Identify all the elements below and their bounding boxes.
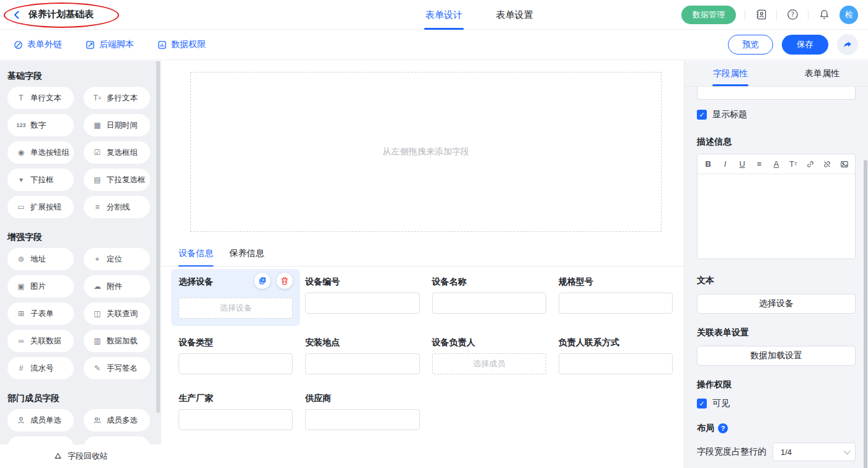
contacts-book-icon[interactable] [754, 8, 768, 22]
device-no-input[interactable] [305, 293, 419, 314]
tab-field-properties[interactable]: 字段属性 [684, 61, 776, 86]
field-card-manufacturer[interactable]: 生产厂家 [179, 392, 293, 430]
field-card-select-device[interactable]: 选择设备 选择设备 [171, 269, 300, 326]
underline-icon[interactable]: U [738, 159, 746, 169]
data-permission-button[interactable]: 数据权限 [157, 39, 206, 50]
layout-help-icon[interactable]: ? [718, 423, 728, 433]
tab-form-design[interactable]: 表单设计 [425, 0, 463, 30]
pill-checkbox-group[interactable]: ☑复选框组 [84, 141, 150, 164]
data-load-settings-button[interactable]: 数据加载设置 [697, 346, 856, 366]
dropzone[interactable]: 从左侧拖拽来添加字段 [190, 72, 662, 232]
font-color-icon[interactable]: A [772, 159, 781, 169]
select-member-picker[interactable]: 选择成员 [432, 353, 546, 374]
tab-form-settings[interactable]: 表单设置 [496, 0, 533, 30]
pill-label: 流水号 [30, 363, 54, 374]
insert-link-icon[interactable] [806, 160, 815, 169]
italic-icon[interactable]: I [720, 159, 729, 169]
font-size-icon[interactable]: TT [789, 159, 797, 169]
pill-label: 复选框组 [107, 148, 138, 158]
pill-single-line-text[interactable]: T单行文本 [7, 87, 74, 109]
pill-attachment[interactable]: ☁附件 [84, 275, 150, 298]
pill-location[interactable]: ⌖定位 [84, 248, 150, 270]
install-location-input[interactable] [305, 353, 419, 374]
pill-image[interactable]: ▣图片 [7, 275, 74, 298]
notification-bell-icon[interactable] [817, 8, 831, 22]
tab-form-properties[interactable]: 表单属性 [776, 61, 868, 86]
tab-label: 设备信息 [179, 248, 213, 258]
spec-model-input[interactable] [559, 293, 673, 314]
supplier-input[interactable] [305, 409, 419, 430]
single-line-text-icon: T [16, 94, 27, 102]
device-type-input[interactable] [179, 353, 293, 374]
tool-link-label: 后端脚本 [99, 39, 134, 50]
pill-member-single[interactable]: 成员单选 [7, 409, 74, 431]
description-editor[interactable]: B I U ≡ A TT [697, 154, 856, 259]
avatar[interactable]: 检 [839, 6, 858, 24]
pill-member-multi[interactable]: 成员多选 [84, 409, 150, 431]
field-card-spec-model[interactable]: 规格型号 [559, 275, 673, 319]
pill-serial-number[interactable]: #流水号 [7, 357, 74, 379]
data-manage-button[interactable]: 数据管理 [681, 6, 736, 24]
panel-scrollbar[interactable] [864, 160, 867, 468]
pill-extend-button[interactable]: ▭扩展按钮 [7, 196, 74, 218]
pill-dropdown[interactable]: ▾下拉框 [7, 169, 74, 191]
form-toolbar: 表单外链 后端脚本 数据权限 预览 保存 [0, 30, 868, 60]
field-card-device-no[interactable]: 设备编号 [305, 275, 419, 319]
owner-contact-input[interactable] [559, 353, 673, 374]
divider [776, 10, 777, 20]
back-button[interactable] [10, 8, 24, 22]
copy-field-button[interactable] [254, 273, 270, 289]
insert-image-icon[interactable] [840, 160, 849, 169]
field-card-device-type[interactable]: 设备类型 [179, 336, 293, 374]
image-icon: ▣ [16, 282, 27, 291]
pill-label: 定位 [107, 254, 122, 265]
pill-multi-dropdown[interactable]: ▤下拉复选框 [84, 169, 150, 191]
pill-number[interactable]: 123数字 [7, 114, 74, 136]
field-width-select[interactable]: 1/4 [773, 443, 856, 461]
pill-label: 地址 [30, 254, 46, 265]
field-recycle-bin-button[interactable]: 字段回收站 [0, 444, 161, 468]
section-title-basic-fields: 基础字段 [7, 71, 154, 83]
backend-script-button[interactable]: 后端脚本 [86, 39, 134, 50]
editor-body[interactable] [698, 174, 855, 258]
device-name-input[interactable] [432, 293, 546, 314]
cloud-upload-icon: ☁ [92, 282, 103, 291]
remove-link-icon[interactable] [823, 160, 831, 169]
pill-data-load[interactable]: ▥数据加载 [84, 330, 150, 352]
field-card-device-name[interactable]: 设备名称 [432, 275, 546, 319]
pill-address[interactable]: ⊚地址 [7, 248, 74, 270]
external-link-button[interactable]: 表单外链 [14, 39, 62, 50]
pill-datetime[interactable]: ▦日期时间 [84, 114, 150, 136]
save-button[interactable]: 保存 [782, 35, 828, 55]
svg-text:?: ? [790, 11, 794, 18]
pill-subform[interactable]: ⊞子表单 [7, 302, 74, 325]
field-card-install-location[interactable]: 安装地点 [305, 336, 419, 374]
sidebar-scrollbar[interactable] [156, 61, 160, 413]
pill-divider[interactable]: ≡分割线 [84, 196, 150, 218]
pill-label: 下拉复选框 [107, 175, 146, 185]
pill-signature[interactable]: ✎手写签名 [84, 357, 150, 379]
number-icon: 123 [16, 122, 27, 128]
pill-relation-query[interactable]: ◫关联查询 [84, 302, 150, 325]
tab-device-info[interactable]: 设备信息 [179, 248, 213, 267]
share-button[interactable] [837, 34, 858, 55]
tab-maintenance-info[interactable]: 保养信息 [229, 248, 264, 266]
show-title-label: 显示标题 [712, 109, 747, 120]
show-title-checkbox[interactable]: ✓ [697, 110, 707, 120]
align-icon[interactable]: ≡ [755, 159, 763, 169]
bold-icon[interactable]: B [704, 159, 712, 169]
manufacturer-input[interactable] [179, 409, 293, 430]
pill-relation-data[interactable]: ∞关联数据 [7, 330, 74, 352]
field-title-input-clipped[interactable] [697, 87, 856, 100]
select-device-picker[interactable]: 选择设备 [179, 298, 293, 319]
delete-field-button[interactable] [277, 273, 293, 289]
select-device-setting-button[interactable]: 选择设备 [697, 294, 856, 314]
pill-radio-group[interactable]: ◉单选按钮组 [7, 141, 74, 164]
field-card-owner-contact[interactable]: 负责人联系方式 [559, 336, 673, 374]
visible-checkbox[interactable]: ✓ [697, 399, 707, 408]
field-card-supplier[interactable]: 供应商 [305, 392, 419, 430]
preview-button[interactable]: 预览 [728, 35, 773, 55]
field-card-device-owner[interactable]: 设备负责人 选择成员 [432, 336, 546, 374]
help-icon[interactable]: ? [786, 8, 799, 22]
pill-multi-line-text[interactable]: T≡多行文本 [84, 87, 150, 109]
